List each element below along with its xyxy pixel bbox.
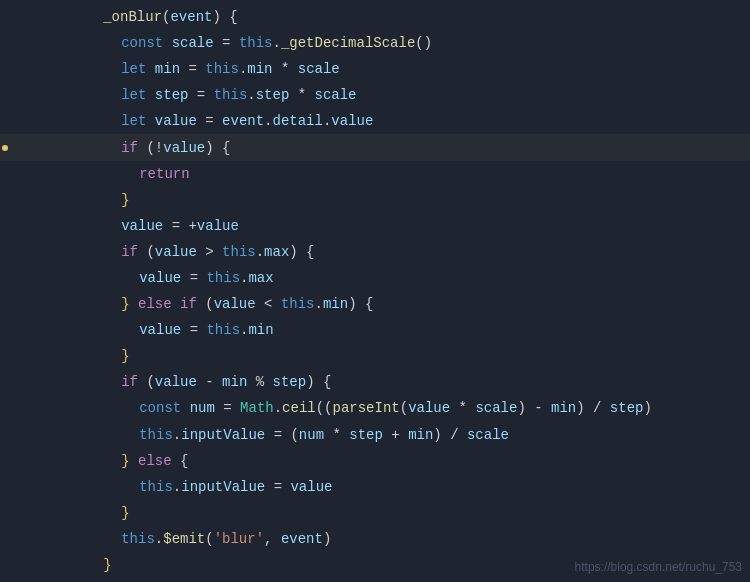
code-token: } [103,557,111,573]
line-content: } [28,532,750,582]
code-container: _onBlur(event) { const scale = this._get… [0,0,750,582]
code-editor: _onBlur(event) { const scale = this._get… [0,0,750,582]
watermark-text: https://blog.csdn.net/ruchu_753 [575,560,742,574]
breakpoint-indicator [2,145,8,151]
